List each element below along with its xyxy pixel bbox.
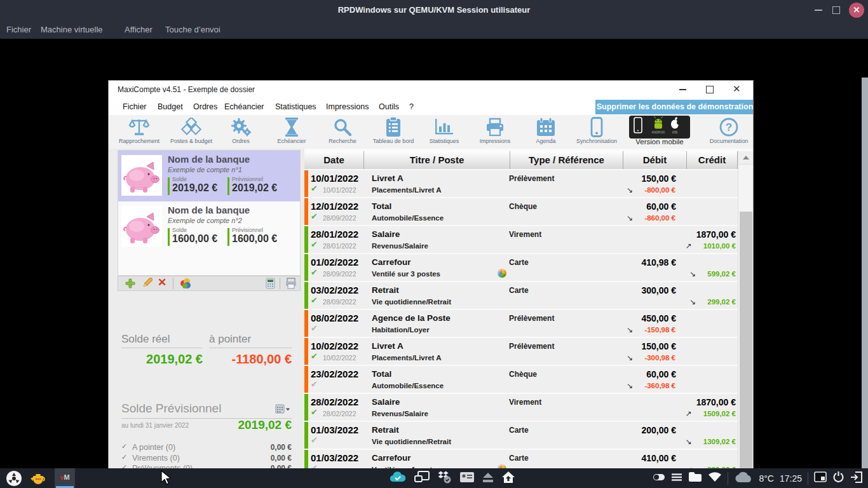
transaction-poste: Habitation/Loyer [372,326,430,334]
transaction-title: Livret A [372,173,403,183]
menu-icon[interactable] [671,473,682,484]
menu-budget[interactable]: Budget [158,102,183,111]
print-accounts-button[interactable] [285,278,297,292]
previsionnel-item[interactable]: ✓A pointer (0)0,00 € [121,442,292,453]
transaction-poste: Placements/Livret A [372,186,442,194]
host-close-button[interactable]: ✕ [849,3,864,18]
arrow-down-icon: ↘ [689,297,696,306]
edit-account-button[interactable] [141,278,153,292]
wifi-icon[interactable] [708,472,722,485]
transaction-type: Prélèvement [509,174,554,183]
phone-icon [566,117,627,137]
pointed-date: 28/09/2022 [323,270,356,278]
debit-amount: 150,00 € [642,173,677,184]
column-header-type-r-f-rence[interactable]: Type / Référence [510,151,623,169]
host-menu-fichier[interactable]: Fichier [6,25,31,34]
clock[interactable]: 17:25 [780,473,802,484]
transaction-type: Carte [509,426,529,435]
transaction-date: 10/02/2022 [311,341,358,351]
cloud-sync-icon[interactable] [389,471,407,486]
row-status-bar [304,422,308,449]
transaction-row[interactable]: 01/03/2022✔RetraitVie quotidienne/Retrai… [304,422,738,449]
arrow-up-icon: ↗ [686,241,692,250]
menu-aide[interactable]: ? [409,102,414,111]
debit-amount: 200,00 € [642,425,677,435]
transaction-row[interactable]: 12/01/2022✔28/09/2022TotalAutomobile/Ess… [304,198,738,225]
temperature[interactable]: 8°C [759,473,774,484]
transaction-row[interactable]: 08/02/2022✔Agence de la PosteHabitation/… [304,310,738,337]
toolbar-synchronisation[interactable]: Synchronisation [566,117,627,144]
categories-button[interactable] [179,278,192,292]
running-balance: ↘1309,02 € [686,437,736,446]
previsionnel-date-picker[interactable] [275,403,290,417]
row-status-bar [304,226,308,253]
host-menu-afficher[interactable]: Afficher [125,25,153,34]
host-menu-machine-virtuelle[interactable]: Machine virtuelle [41,25,103,34]
menu-ordres[interactable]: Ordres [193,102,217,111]
account-item-1[interactable]: Nom de la banque Exemple de compte n°1 S… [118,151,300,201]
running-balance: ↘299,02 € [689,297,736,306]
table-scrollbar[interactable] [738,151,754,488]
delete-account-button[interactable]: ✕ [158,276,166,289]
transaction-title: Retrait [372,285,399,295]
transaction-type: Virement [509,230,541,239]
virt-manager-task-icon[interactable]: vM [55,468,75,488]
app-title: MaxiCompte v4.51 - Exemple de dossier [118,85,255,94]
screen-lock-icon[interactable] [814,471,827,485]
dropbox-sync-icon[interactable] [437,470,452,487]
mobile-icon: ANDROIDiOS [629,117,690,137]
column-header-date[interactable]: Date [304,151,364,169]
calculator-button[interactable] [266,278,275,292]
menu-impressions[interactable]: Impressions [326,102,369,111]
solde-reel-value: 2019,02 € [121,352,203,367]
home-updates-icon[interactable] [501,471,515,486]
teapot-app-icon[interactable] [30,471,46,488]
account-item-2[interactable]: Nom de la banque Exemple de compte n°2 S… [118,201,300,252]
host-minimize-button[interactable] [815,10,822,11]
power-icon[interactable] [832,471,844,485]
transaction-row[interactable]: 10/02/2022✔10/02/2022Livret APlacements/… [304,338,738,365]
app-launcher-icon[interactable] [6,470,22,488]
toolbar-documentation[interactable]: ?Documentation [698,117,754,144]
app-maximize-button[interactable] [706,86,714,93]
delete-demo-data-button[interactable]: Supprimer les données de démonstration [595,100,754,114]
column-header-d-bit[interactable]: Débit [623,151,687,169]
app-titlebar[interactable]: MaxiCompte v4.51 - Exemple de dossier ✕ [109,81,753,98]
add-account-button[interactable] [125,278,136,292]
host-titlebar: RPDWindows sur QEMU/KVM Session utilisat… [0,0,868,21]
check-icon: ✓ [121,442,127,451]
viewer-vertical-scrollbar[interactable] [862,78,868,488]
transaction-row[interactable]: 28/01/2022✔28/01/2022SalaireRevenus/Sala… [304,226,738,253]
transaction-title: Carrefour [372,453,411,463]
eject-icon[interactable] [482,471,494,485]
column-header-titre-poste[interactable]: Titre / Poste [364,151,510,169]
transaction-row[interactable]: 10/01/2022✔10/01/2022Livret APlacements/… [304,170,738,197]
menu-outils[interactable]: Outils [379,102,399,111]
app-minimize-button[interactable] [679,89,686,90]
logout-icon[interactable] [850,471,863,485]
displays-icon[interactable] [414,470,430,487]
toolbar-version-mobile[interactable]: ANDROIDiOSVersion mobile [629,117,690,146]
vm-display: MaxiCompte v4.51 - Exemple de dossier ✕ … [0,39,868,468]
menu-echeancier[interactable]: Echéancier [224,102,264,111]
host-maximize-button[interactable] [832,6,840,14]
transaction-row[interactable]: 28/02/2022✔28/02/2022SalaireRevenus/Sala… [304,394,738,421]
account-subtitle: Exemple de compte n°2 [168,217,242,224]
host-menu-touche-envoi[interactable]: Touche d’envoi [165,25,220,34]
transaction-row[interactable]: 03/02/2022✔28/09/2022RetraitVie quotidie… [304,282,738,309]
file-manager-icon[interactable] [688,471,702,485]
screen: RPDWindows sur QEMU/KVM Session utilisat… [0,0,868,488]
menu-statistiques[interactable]: Statistiques [275,102,316,111]
menu-fichier[interactable]: Fichier [123,102,147,111]
scrollbar-thumb[interactable] [740,212,752,488]
contacts-card-icon[interactable] [459,471,475,485]
scroll-up-arrow-icon[interactable] [738,151,754,165]
app-close-button[interactable]: ✕ [733,83,741,95]
transaction-row[interactable]: 01/02/2022✔28/09/2022CarrefourVentilé su… [304,254,738,281]
transaction-row[interactable]: 23/02/2022✔TotalAutomobile/EssenceChèque… [304,366,738,393]
column-header-cr-dit[interactable]: Crédit [687,151,738,169]
night-mode-toggle-icon[interactable] [653,473,665,484]
arrow-up-icon: ↗ [686,409,692,418]
debit-amount: 450,00 € [642,313,677,323]
previsionnel-item[interactable]: ✓Virements (0)0,00 € [121,453,292,464]
